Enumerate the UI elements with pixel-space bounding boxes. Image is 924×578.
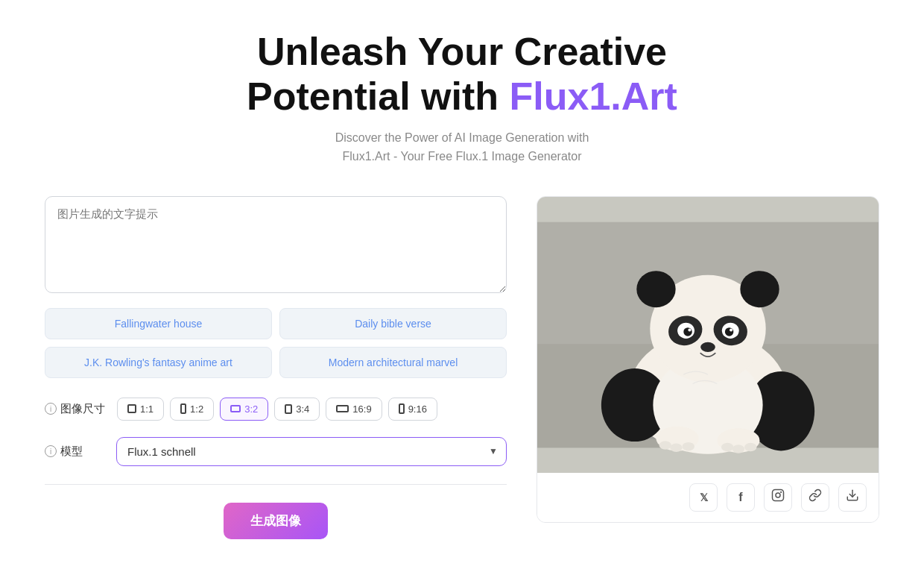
ratio-icon-16-9 — [336, 405, 349, 412]
svg-point-8 — [636, 271, 675, 307]
size-info-icon[interactable]: i — [45, 403, 57, 415]
svg-point-26 — [744, 443, 756, 451]
suggestion-chip-2[interactable]: Daily bible verse — [279, 308, 507, 339]
svg-point-24 — [721, 443, 733, 451]
model-select-wrapper: Flux.1 schnell Flux.1 dev Flux.1 pro ▼ — [116, 437, 507, 466]
ratio-btn-1-1[interactable]: 1:1 — [117, 398, 164, 421]
ratio-group: 1:1 1:2 3:2 3:4 — [117, 398, 437, 421]
svg-point-14 — [683, 327, 692, 336]
image-container: 𝕏 f — [537, 196, 879, 523]
model-label: i 模型 — [45, 445, 104, 459]
download-button[interactable] — [838, 483, 867, 512]
svg-point-9 — [740, 271, 779, 307]
share-twitter-button[interactable]: 𝕏 — [689, 483, 718, 512]
prompt-textarea[interactable] — [45, 196, 507, 293]
page-header: Unleash Your Creative Potential with Flu… — [45, 30, 879, 166]
page-title: Unleash Your Creative Potential with Flu… — [45, 30, 879, 119]
ratio-btn-3-2[interactable]: 3:2 — [220, 398, 268, 421]
model-info-icon[interactable]: i — [45, 445, 57, 457]
svg-point-17 — [730, 328, 732, 331]
svg-point-25 — [732, 445, 744, 453]
title-line1: Unleash Your Creative — [257, 30, 667, 73]
suggestions-grid: Fallingwater house Daily bible verse J.K… — [45, 308, 507, 378]
right-panel: 𝕏 f — [537, 196, 879, 523]
ratio-icon-1-1 — [127, 404, 136, 413]
subtitle: Discover the Power of AI Image Generatio… — [45, 128, 879, 166]
generate-button[interactable]: 生成图像 — [224, 503, 328, 539]
svg-point-29 — [780, 491, 782, 493]
ratio-btn-1-2[interactable]: 1:2 — [170, 398, 214, 421]
left-panel: Fallingwater house Daily bible verse J.K… — [45, 196, 507, 539]
ratio-icon-3-2 — [230, 405, 241, 412]
divider — [45, 484, 507, 485]
suggestion-chip-1[interactable]: Fallingwater house — [45, 308, 272, 339]
ratio-icon-3-4 — [285, 404, 292, 414]
size-label: i 图像尺寸 — [45, 402, 105, 416]
share-instagram-button[interactable] — [764, 483, 792, 512]
brand-name: Flux1.Art — [510, 75, 677, 118]
svg-point-22 — [670, 443, 682, 451]
link-icon — [808, 489, 822, 506]
subtitle-line2: Flux1.Art - Your Free Flux.1 Image Gener… — [342, 150, 581, 163]
panda-svg — [537, 197, 879, 473]
model-row: i 模型 Flux.1 schnell Flux.1 dev Flux.1 pr… — [45, 437, 507, 466]
twitter-icon: 𝕏 — [700, 491, 708, 503]
page-wrapper: Unleash Your Creative Potential with Flu… — [0, 0, 924, 569]
share-facebook-button[interactable]: f — [727, 483, 755, 512]
svg-point-28 — [776, 493, 780, 497]
facebook-icon: f — [738, 491, 742, 504]
action-bar: 𝕏 f — [537, 473, 879, 522]
instagram-icon — [771, 489, 785, 506]
svg-point-21 — [659, 441, 671, 449]
ratio-icon-1-2 — [180, 403, 186, 414]
download-icon — [846, 489, 859, 506]
ratio-icon-9-16 — [399, 403, 405, 414]
svg-point-23 — [683, 442, 694, 450]
subtitle-line1: Discover the Power of AI Image Generatio… — [335, 131, 589, 144]
ratio-btn-16-9[interactable]: 16:9 — [326, 398, 382, 421]
main-layout: Fallingwater house Daily bible verse J.K… — [45, 196, 879, 539]
ratio-btn-9-16[interactable]: 9:16 — [388, 398, 437, 421]
generated-image — [537, 197, 879, 473]
ratio-btn-3-4[interactable]: 3:4 — [274, 398, 320, 421]
svg-point-16 — [688, 328, 691, 331]
suggestion-chip-4[interactable]: Modern architectural marvel — [279, 347, 507, 378]
svg-point-15 — [725, 327, 733, 336]
title-line2-plain: Potential with — [247, 75, 509, 118]
suggestion-chip-3[interactable]: J.K. Rowling's fantasy anime art — [45, 347, 272, 378]
size-row: i 图像尺寸 1:1 1:2 3:2 — [45, 398, 507, 421]
svg-rect-27 — [773, 490, 784, 501]
model-select[interactable]: Flux.1 schnell Flux.1 dev Flux.1 pro — [116, 437, 507, 466]
copy-link-button[interactable] — [801, 483, 829, 512]
svg-point-18 — [700, 342, 715, 352]
